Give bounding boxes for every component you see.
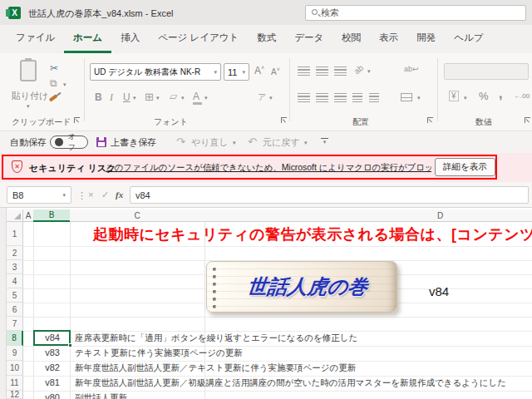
insert-function-icon[interactable]: fx xyxy=(116,190,123,200)
version-tag-cell[interactable]: v84 xyxy=(429,284,449,298)
accounting-format-icon[interactable]: ¥ xyxy=(449,91,459,101)
row-header-6[interactable]: 6 xyxy=(7,303,23,317)
tab-developer[interactable]: 開発 xyxy=(407,25,445,53)
number-format-combo[interactable] xyxy=(444,63,529,80)
cell-b10-version[interactable]: v82 xyxy=(37,362,68,372)
tab-review[interactable]: 校閲 xyxy=(332,25,370,53)
cell-b11-version[interactable]: v81 xyxy=(37,377,68,387)
phonetic-dropdown-icon[interactable]: ▾ xyxy=(269,95,273,101)
align-right-icon[interactable] xyxy=(334,93,347,102)
shrink-font-icon[interactable]: A˅ xyxy=(271,66,280,76)
row-header-9[interactable]: 9 xyxy=(7,346,23,361)
row-header-11[interactable]: 11 xyxy=(7,376,23,391)
redo-icon[interactable]: ↷ xyxy=(176,136,185,147)
paste-button[interactable]: 貼り付け xyxy=(7,90,53,102)
clipboard-dialog-launcher-icon[interactable] xyxy=(74,117,80,123)
paste-icon[interactable] xyxy=(20,60,37,81)
cell-b9-version[interactable]: v83 xyxy=(37,347,68,357)
undo-icon[interactable]: ↶ xyxy=(248,136,257,147)
copy-icon[interactable]: ⧉ xyxy=(50,78,57,88)
number-dialog-launcher-icon[interactable] xyxy=(525,117,530,123)
qat-overflow-icon[interactable]: ▾ xyxy=(321,138,328,145)
cut-icon[interactable]: ✂ xyxy=(50,63,58,73)
decrease-indent-icon[interactable] xyxy=(352,93,362,102)
underline-button[interactable]: U xyxy=(123,91,131,103)
align-middle-icon[interactable] xyxy=(316,66,328,76)
font-color-icon[interactable]: A xyxy=(193,91,200,102)
borders-dropdown-icon[interactable]: ▾ xyxy=(156,95,160,101)
row-header-12[interactable]: 12 xyxy=(7,391,23,399)
tab-view[interactable]: 表示 xyxy=(370,25,407,53)
bold-button[interactable]: B xyxy=(95,91,102,103)
row-header-4[interactable]: 4 xyxy=(7,274,23,288)
save-button[interactable]: 上書き保存 xyxy=(111,136,156,149)
column-header-d[interactable]: D xyxy=(204,209,532,222)
cell-c9-description[interactable]: テキスト更新に伴う実施要項ページの更新 xyxy=(75,347,243,359)
align-top-icon[interactable] xyxy=(298,66,310,76)
percent-style-icon[interactable]: % xyxy=(479,90,489,102)
undo-dropdown-icon[interactable]: ▾ xyxy=(304,140,308,145)
tab-insert[interactable]: 挿入 xyxy=(111,25,149,53)
font-size-combo[interactable]: 11 ▾ xyxy=(224,63,249,81)
alignment-dialog-launcher-icon[interactable] xyxy=(427,117,433,123)
name-box[interactable]: B8 ▾ xyxy=(7,186,71,204)
copy-dropdown-icon[interactable]: ▾ xyxy=(63,81,66,87)
merge-center-icon[interactable] xyxy=(401,93,412,101)
borders-icon[interactable]: ⊞ xyxy=(145,91,154,102)
redo-button[interactable]: やり直し xyxy=(191,136,229,149)
tab-file[interactable]: ファイル xyxy=(7,25,64,53)
tab-data[interactable]: データ xyxy=(285,25,332,53)
grow-font-icon[interactable]: A˄ xyxy=(254,65,264,76)
cell-b12-version[interactable]: v80 xyxy=(37,392,68,399)
font-color-dropdown-icon[interactable]: ▾ xyxy=(204,95,208,101)
cell-c10-description[interactable]: 新年度世話人副世話人更新／テキスト更新に伴う実施要項ページの更新 xyxy=(75,362,356,374)
formula-input[interactable]: v84 xyxy=(130,186,529,204)
row-header-7[interactable]: 7 xyxy=(7,317,23,331)
italic-button[interactable]: I xyxy=(110,91,113,104)
row-header-10[interactable]: 10 xyxy=(7,361,23,376)
row-header-8[interactable]: 8 xyxy=(7,331,23,346)
redo-dropdown-icon[interactable]: ▾ xyxy=(233,140,236,145)
column-header-c[interactable]: C xyxy=(70,209,204,222)
fill-color-dropdown-icon[interactable]: ▾ xyxy=(181,95,185,101)
align-center-icon[interactable] xyxy=(316,93,328,102)
column-header-b[interactable]: B xyxy=(33,209,70,222)
active-cell-selection[interactable] xyxy=(33,330,71,346)
fill-color-icon[interactable]: ▱ xyxy=(170,91,177,101)
cancel-icon[interactable]: × xyxy=(88,190,93,200)
increase-decimal-icon[interactable]: ←.00 xyxy=(514,92,530,100)
security-notice-cell[interactable]: 起動時にセキュリティの警告が表示される場合は、[コンテンツの有効化 xyxy=(93,224,532,244)
paste-dropdown-icon[interactable]: ▾ xyxy=(27,103,30,109)
orientation-dropdown-icon[interactable]: ▾ xyxy=(367,68,371,74)
phonetic-guide-icon[interactable]: ア xyxy=(258,91,266,103)
increase-indent-icon[interactable] xyxy=(369,93,379,102)
search-input[interactable]: 検索 xyxy=(305,5,526,21)
comma-style-icon[interactable]: , xyxy=(499,86,502,101)
row-header-5[interactable]: 5 xyxy=(7,288,23,303)
security-banner-message[interactable]: このファイルのソースが信頼できないため、Microsoft によりマクロの実行が… xyxy=(106,162,431,174)
row-header-3[interactable]: 3 xyxy=(7,260,23,274)
save-icon[interactable] xyxy=(96,137,106,147)
underline-dropdown-icon[interactable]: ▾ xyxy=(133,95,136,101)
row-header-1[interactable]: 1 xyxy=(7,222,23,246)
align-bottom-icon[interactable] xyxy=(334,66,347,76)
font-name-combo[interactable]: UD デジタル 教科書体 NK-R ▾ xyxy=(90,63,221,81)
font-dialog-launcher-icon[interactable] xyxy=(281,117,287,123)
cell-c11-description[interactable]: 新年度世話人副世話人更新／初級講座と活用講座の間が空いた時の活用マスターを新規作… xyxy=(75,377,506,389)
align-left-icon[interactable] xyxy=(298,93,310,102)
select-all-corner[interactable] xyxy=(7,209,23,222)
autosave-toggle[interactable]: オフ xyxy=(50,135,88,149)
tab-help[interactable]: ヘルプ xyxy=(445,25,492,53)
notepad-logo-image[interactable]: 世話人虎の巻 xyxy=(206,261,397,313)
undo-button[interactable]: 元に戻す xyxy=(263,136,300,149)
column-header-a[interactable]: A xyxy=(23,209,33,222)
accounting-dropdown-icon[interactable]: ▾ xyxy=(464,95,467,101)
fill-handle[interactable] xyxy=(68,343,72,347)
enter-icon[interactable]: ✓ xyxy=(101,190,109,200)
tab-page-layout[interactable]: ページ レイアウト xyxy=(149,25,248,53)
wrap-text-icon[interactable]: ab↩ xyxy=(404,65,419,73)
show-details-button[interactable]: 詳細を表示 xyxy=(435,158,495,176)
cell-c12-description[interactable]: 副世話人更新 xyxy=(75,392,127,399)
cell-c8-description[interactable]: 座席表更新時に「適用」ボタンを繰り返すとエラーになるのを修正した xyxy=(75,332,357,344)
tab-formulas[interactable]: 数式 xyxy=(248,25,285,53)
